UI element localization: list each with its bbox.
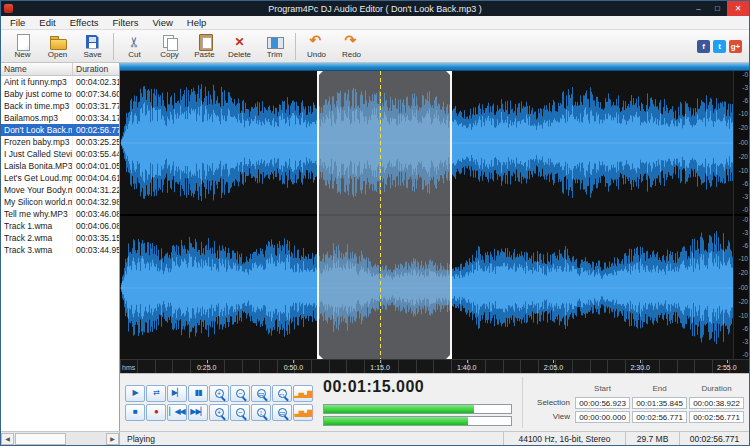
play-button-icon: ▶ [132,389,137,397]
google-plus-icon[interactable]: g+ [729,40,742,53]
save-button[interactable]: Save [75,31,110,62]
selection-overlay[interactable] [317,71,452,359]
playlist-row[interactable]: Frozen baby.mp300:03:25.253 [1,136,119,148]
zoom-selection-button[interactable]: ▭ [251,385,271,402]
vertical-zoom-all-button[interactable]: ▭ [272,404,292,421]
db-label: -00 [739,139,748,146]
waveform-editor: -0-3-6-10-20-00-20-10-6-3-0 -0-3-6-10-20… [120,63,749,373]
timeline-unit-label: hms [122,364,135,371]
redo-button[interactable]: Redo [334,31,369,62]
loop-button[interactable]: ⇄ [146,385,166,402]
scroll-track[interactable] [14,433,106,445]
menu-item-view[interactable]: View [145,17,179,28]
undo-button[interactable]: Undo [299,31,334,62]
playlist-row[interactable]: Track 2.wma00:03:35.156 [1,232,119,244]
track-duration: 00:04:01.058 [73,160,119,172]
scroll-thumb[interactable] [15,433,66,445]
overview-scrollbar[interactable] [120,63,749,71]
new-button[interactable]: New [5,31,40,62]
db-ruler-column: -0-3-6-10-20-00-20-10-6-3-0 -0-3-6-10-20… [733,71,749,359]
titlebar: Program4Pc DJ Audio Editor ( Don't Look … [1,1,749,16]
playlist-row[interactable]: My Silicon world.mp300:04:32.980 [1,196,119,208]
level-meter [323,416,512,426]
menu-bar: FileEditEffectsFiltersViewHelp [1,16,749,30]
vertical-zoom-fit-button[interactable]: ↕ [251,404,271,421]
track-duration: 00:04:04.611 [73,172,119,184]
close-button[interactable]: ✕ [727,1,749,16]
db-label: -0 [742,206,748,213]
playlist-column-duration[interactable]: Duration [73,63,119,75]
paste-button[interactable]: Paste [187,31,222,62]
cut-button[interactable]: Cut [117,31,152,62]
go-to-start-button[interactable]: ▏◀◀ [167,404,187,421]
minimize-button[interactable]: – [689,1,708,16]
trim-button[interactable]: Trim [257,31,292,62]
playback-center: 00:01:15.000 [319,377,516,428]
playlist-row[interactable]: Tell me why.MP300:03:46.085 [1,208,119,220]
waveform-view-button[interactable]: ▂▅▃▇ [293,385,313,402]
db-label: -10 [739,111,748,118]
zoom-out-button-icon: − [236,389,245,398]
new-label: New [14,50,30,59]
vertical-zoom-in-button[interactable]: + [209,404,229,421]
db-ruler: -0-3-6-10-20-00-20-10-6-3-0 [734,216,749,359]
playlist-row[interactable]: Track 1.wma00:04:06.085 [1,220,119,232]
go-to-end-button[interactable]: ▶▶▏ [188,404,208,421]
stop-button[interactable]: ■ [125,404,145,421]
playlist-row[interactable]: Track 3.wma00:03:44.955 [1,244,119,256]
db-label: -6 [742,181,748,188]
info-row-label: Selection [528,398,574,407]
open-label: Open [48,50,68,59]
zoom-in-button[interactable]: + [209,385,229,402]
toolbar-buttons: NewOpenSaveCutCopyPasteDeleteTrimUndoRed… [5,31,369,62]
zoom-out-button[interactable]: − [230,385,250,402]
playlist-row[interactable]: I Just Called Stevie.mp300:03:55.442 [1,148,119,160]
db-label: -20 [739,270,748,277]
timeline-tick: 0:50.0 [284,364,303,371]
menu-item-edit[interactable]: Edit [32,17,62,28]
level-meters [323,404,512,428]
playlist-row[interactable]: Move Your Body.mp300:04:31.229 [1,184,119,196]
playlist-column-name[interactable]: Name [1,63,73,75]
transport: ▶⇄▶▏▮▮+−▭↔▂▅▃▇■●▏◀◀▶▶▏+−↕▭▃▆▄▇ [125,377,313,428]
menu-item-file[interactable]: File [3,17,32,28]
info-value: 00:02:56.771 [689,411,744,423]
playlist-row[interactable]: Baby just come to me...00:07:34.609 [1,88,119,100]
playlist-row[interactable]: Laisla Bonita.MP300:04:01.058 [1,160,119,172]
open-button[interactable]: Open [40,31,75,62]
playlist-row[interactable]: Don't Look Back.mp300:02:56.771 [1,124,119,136]
delete-button[interactable]: Delete [222,31,257,62]
playlist-row[interactable]: Let's Get Loud.mp300:04:04.611 [1,172,119,184]
track-name: Back in time.mp3 [1,100,73,112]
menu-item-filters[interactable]: Filters [106,17,146,28]
track-name: Let's Get Loud.mp3 [1,172,73,184]
play-to-end-button[interactable]: ▶▏ [167,385,187,402]
copy-button[interactable]: Copy [152,31,187,62]
menu-item-effects[interactable]: Effects [63,17,106,28]
track-duration: 00:07:34.609 [73,88,119,100]
timeline-ruler[interactable]: hms 0:25.00:50.01:15.01:40.02:05.02:30.0… [120,359,749,373]
playback-cursor[interactable] [380,71,381,359]
facebook-icon[interactable]: f [697,40,710,53]
playlist-row[interactable]: Bailamos.mp300:03:34.178 [1,112,119,124]
zoom-all-button[interactable]: ↔ [272,385,292,402]
maximize-button[interactable]: □ [708,1,727,16]
playlist-row[interactable]: Back in time.mp300:03:31.775 [1,100,119,112]
play-button[interactable]: ▶ [125,385,145,402]
scroll-left-button[interactable]: ◀ [1,433,14,445]
scroll-right-button[interactable]: ▶ [106,433,119,445]
twitter-icon[interactable]: t [713,40,726,53]
track-name: Bailamos.mp3 [1,112,73,124]
transport-row: ▶⇄▶▏▮▮+−▭↔▂▅▃▇ [125,385,313,402]
db-ruler: -0-3-6-10-20-00-20-10-6-3-0 [734,71,749,214]
waveform-area [120,71,733,359]
play-to-end-button-icon: ▶▏ [172,389,182,397]
vertical-zoom-out-button[interactable]: − [230,404,250,421]
pause-button[interactable]: ▮▮ [188,385,208,402]
playlist-row[interactable]: Aint it funny.mp300:04:02.312 [1,76,119,88]
track-duration: 00:03:25.253 [73,136,119,148]
record-button[interactable]: ● [146,404,166,421]
menu-item-help[interactable]: Help [180,17,214,28]
spectrum-view-button[interactable]: ▃▆▄▇ [293,404,313,421]
playlist-hscroll: ◀ ▶ [1,432,120,445]
